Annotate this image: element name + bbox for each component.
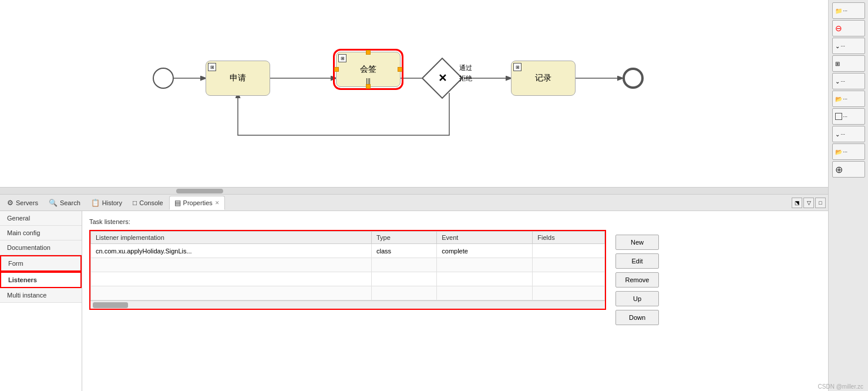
listeners-table-wrapper: Listener implementation Type Event Field… xyxy=(89,230,606,310)
toolbar-minus-btn[interactable]: ⊖ xyxy=(832,20,865,36)
bottom-panel: ⚙ Servers 🔍 Search 📋 History □ Console ▤ xyxy=(0,194,828,391)
minus-circle-icon: ⊖ xyxy=(835,24,842,33)
remove-button[interactable]: Remove xyxy=(615,272,659,288)
gateway-pass-label: 通过 xyxy=(459,64,472,72)
cell-event: complete xyxy=(437,244,533,258)
task-apply-icon: ⊞ xyxy=(208,63,216,71)
props-content: Task listeners: Listener implementation … xyxy=(82,211,828,391)
tab-open-btn[interactable]: ⬔ xyxy=(792,198,802,208)
start-event-node[interactable] xyxy=(153,68,174,89)
cell-empty-fields3 xyxy=(533,286,605,300)
tab-history[interactable]: 📋 History xyxy=(86,196,127,210)
tab-properties[interactable]: ▤ Properties ✕ xyxy=(169,196,225,210)
task-apply-box[interactable]: ⊞ 申请 xyxy=(206,61,270,96)
chevron-down2-icon: ⌄ xyxy=(835,78,840,85)
gateway-x-icon: ✕ xyxy=(438,72,447,85)
gateway-diamond[interactable]: ✕ xyxy=(422,58,463,99)
toolbar-folder-btn[interactable]: 📁 ··· xyxy=(832,2,865,19)
cell-empty-event2 xyxy=(437,272,533,286)
task-countersign-box[interactable]: ⊞ 会签 xyxy=(336,52,401,87)
action-buttons: New Edit Remove Up Down xyxy=(611,230,664,330)
cell-empty-event xyxy=(437,258,533,272)
diagram-scrollbar[interactable] xyxy=(0,187,828,194)
main-container: ⊞ 申请 ⊞ 会签 ✕ xyxy=(0,0,868,391)
diagram-canvas[interactable]: ⊞ 申请 ⊞ 会签 ✕ xyxy=(0,0,828,187)
gateway-node[interactable]: ✕ 通过 拒绝 xyxy=(428,64,457,93)
col-listener-impl: Listener implementation xyxy=(91,232,372,244)
end-event-circle xyxy=(623,68,644,89)
cell-empty-type xyxy=(371,258,436,272)
tab-bar: ⚙ Servers 🔍 Search 📋 History □ Console ▤ xyxy=(0,195,828,211)
cell-empty-fields xyxy=(533,258,605,272)
toolbar-grid-btn[interactable]: ⊞ xyxy=(832,55,865,72)
table-row-empty-3[interactable] xyxy=(91,286,605,300)
task-record-node[interactable]: ⊞ 记录 xyxy=(511,61,576,96)
drag-handle-bottom[interactable] xyxy=(366,84,371,89)
end-event-node[interactable] xyxy=(623,68,644,89)
toolbar-frame-btn[interactable]: ··· xyxy=(832,108,865,125)
table-row-empty-1[interactable] xyxy=(91,258,605,272)
toolbar-folder2-btn[interactable]: 📂 ··· xyxy=(832,91,865,107)
start-event-circle xyxy=(153,68,174,89)
props-nav: General Main config Documentation Form L… xyxy=(0,211,82,391)
task-record-box[interactable]: ⊞ 记录 xyxy=(511,61,576,96)
table-row[interactable]: cn.com.xu.applyHoliday.SignLis... class … xyxy=(91,244,605,258)
toolbar-plus-btn[interactable]: ⊕ xyxy=(832,161,865,178)
tab-console[interactable]: □ Console xyxy=(128,196,168,210)
toolbar-chevron3-btn[interactable]: ⌄ ··· xyxy=(832,126,865,142)
cell-empty-impl xyxy=(91,258,372,272)
toolbar-row-2: ⊖ xyxy=(830,20,867,36)
listeners-table: Listener implementation Type Event Field… xyxy=(90,231,605,300)
table-row-empty-2[interactable] xyxy=(91,272,605,286)
toolbar-chevron-btn[interactable]: ⌄ ··· xyxy=(832,38,865,54)
nav-documentation[interactable]: Documentation xyxy=(0,240,82,255)
toolbar-row-6: 📂 ··· xyxy=(830,91,867,107)
new-button[interactable]: New xyxy=(615,235,659,250)
cell-empty-fields2 xyxy=(533,272,605,286)
down-button[interactable]: Down xyxy=(615,310,659,325)
drag-handle-left[interactable] xyxy=(334,67,339,72)
table-scroll-thumb[interactable] xyxy=(93,302,128,308)
frame-icon xyxy=(835,113,842,120)
toolbar-layers-btn[interactable]: 📂 ··· xyxy=(832,143,865,160)
cell-empty-type3 xyxy=(371,286,436,300)
tab-min-btn[interactable]: ▽ xyxy=(803,198,814,208)
watermark: CSDN @miller.zc xyxy=(818,383,863,390)
tab-search[interactable]: 🔍 Search xyxy=(44,196,85,210)
toolbar-row-1: 📁 ··· xyxy=(830,2,867,19)
props-title: Task listeners: xyxy=(89,218,821,225)
toolbar-row-5: ⌄ ··· xyxy=(830,73,867,89)
task-apply-node[interactable]: ⊞ 申请 xyxy=(206,61,270,96)
drag-handle-right[interactable] xyxy=(398,67,402,72)
left-panel: ⊞ 申请 ⊞ 会签 ✕ xyxy=(0,0,828,391)
diagram-scroll-thumb[interactable] xyxy=(176,189,223,193)
task-record-icon: ⊞ xyxy=(513,63,522,71)
grid-icon: ⊞ xyxy=(835,61,840,67)
table-scrollbar[interactable] xyxy=(90,300,605,309)
task-countersign-node[interactable]: ⊞ 会签 xyxy=(336,52,401,87)
toolbar-row-7: ··· xyxy=(830,108,867,125)
up-button[interactable]: Up xyxy=(615,291,659,306)
nav-general[interactable]: General xyxy=(0,211,82,226)
properties-area: General Main config Documentation Form L… xyxy=(0,211,828,391)
task-apply-label: 申请 xyxy=(230,73,246,83)
nav-multi-instance[interactable]: Multi instance xyxy=(0,288,82,303)
toolbar-row-8: ⌄ ··· xyxy=(830,126,867,142)
tab-servers[interactable]: ⚙ Servers xyxy=(2,196,43,210)
folder2-icon: 📂 xyxy=(835,96,842,102)
toolbar-chevron2-btn[interactable]: ⌄ ··· xyxy=(832,73,865,89)
connections-svg xyxy=(0,0,828,187)
toolbar-row-9: 📂 ··· xyxy=(830,143,867,160)
nav-main-config[interactable]: Main config xyxy=(0,226,82,240)
chevron-down-icon: ⌄ xyxy=(835,43,840,49)
drag-handle-top[interactable] xyxy=(366,50,371,55)
task-record-label: 记录 xyxy=(535,73,551,83)
col-fields: Fields xyxy=(533,232,605,244)
tab-max-btn[interactable]: □ xyxy=(815,198,826,208)
edit-button[interactable]: Edit xyxy=(615,253,659,269)
folder-icon: 📁 xyxy=(835,8,842,14)
nav-listeners[interactable]: Listeners xyxy=(0,272,82,288)
plus-icon: ⊕ xyxy=(835,164,843,175)
nav-form[interactable]: Form xyxy=(0,255,82,272)
tab-controls: ⬔ ▽ □ xyxy=(792,198,826,208)
